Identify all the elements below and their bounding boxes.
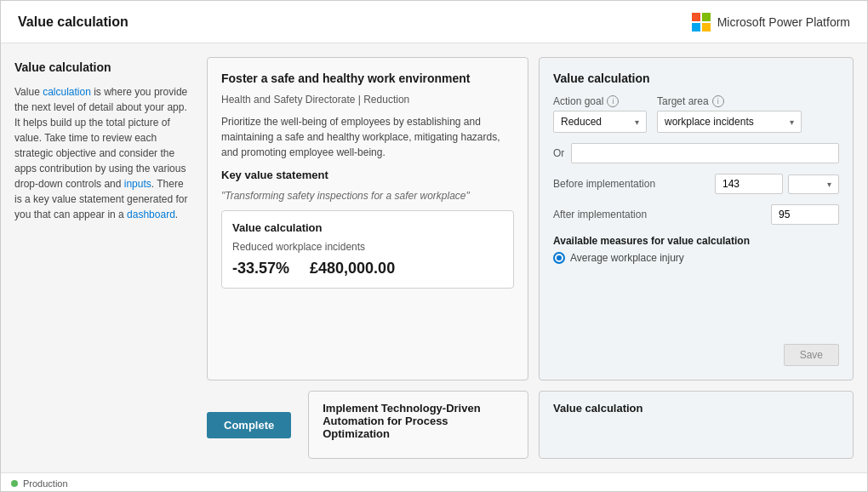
target-area-label: Target area i bbox=[657, 95, 802, 107]
complete-button[interactable]: Complete bbox=[207, 412, 291, 438]
before-impl-row: Before implementation ▾ bbox=[553, 174, 839, 194]
app-header: Value calculation Microsoft Power Platfo… bbox=[1, 1, 867, 43]
card-description: Prioritize the well-being of employees b… bbox=[221, 114, 514, 160]
or-row: Or bbox=[553, 143, 839, 163]
sq-blue bbox=[692, 23, 700, 31]
radio-dot-inner bbox=[557, 255, 562, 260]
header-title: Value calculation bbox=[18, 14, 128, 30]
footer: Production bbox=[1, 472, 867, 492]
bottom-left-card: Implement Technology-Driven Automation f… bbox=[308, 391, 528, 459]
vc-numbers: -33.57% £480,000.00 bbox=[232, 260, 503, 277]
before-unit-select[interactable]: ▾ bbox=[788, 174, 839, 194]
sidebar: Value calculation Value calculation is w… bbox=[14, 57, 193, 459]
key-value-label: Key value statement bbox=[221, 169, 514, 181]
vc-number2: £480,000.00 bbox=[310, 260, 395, 277]
sidebar-link-inputs[interactable]: inputs bbox=[124, 178, 151, 190]
action-goal-select[interactable]: Reduced ▾ bbox=[553, 111, 647, 133]
sidebar-link-dashboard[interactable]: dashboard bbox=[127, 209, 175, 220]
form-row-goals: Action goal i Reduced ▾ Target area i bbox=[553, 95, 839, 133]
before-impl-right: ▾ bbox=[715, 174, 839, 194]
save-button[interactable]: Save bbox=[784, 344, 839, 366]
main-area: Value calculation Value calculation is w… bbox=[1, 43, 867, 472]
measures-label: Available measures for value calculation bbox=[553, 235, 839, 247]
bottom-left-title: Implement Technology-Driven Automation f… bbox=[323, 402, 514, 440]
sq-red bbox=[692, 13, 700, 21]
after-value-input[interactable] bbox=[771, 204, 839, 225]
bottom-row: Complete Implement Technology-Driven Aut… bbox=[207, 391, 854, 459]
target-area-select[interactable]: workplace incidents ▾ bbox=[657, 111, 802, 133]
form-group-action-goal: Action goal i Reduced ▾ bbox=[553, 95, 647, 133]
right-card-title: Value calculation bbox=[553, 72, 839, 85]
form-group-target-area: Target area i workplace incidents ▾ bbox=[657, 95, 802, 133]
main-left-card: Foster a safe and healthy work environme… bbox=[207, 57, 528, 380]
top-row: Foster a safe and healthy work environme… bbox=[207, 57, 854, 380]
after-label: After implementation bbox=[553, 209, 647, 220]
action-goal-label: Action goal i bbox=[553, 95, 647, 107]
target-area-value: workplace incidents bbox=[665, 116, 754, 128]
ms-squares-icon bbox=[692, 13, 711, 31]
action-goal-info-icon[interactable]: i bbox=[607, 95, 619, 107]
env-status-icon bbox=[11, 480, 18, 487]
before-unit-chevron-icon: ▾ bbox=[827, 180, 831, 189]
sidebar-title: Value calculation bbox=[14, 60, 193, 74]
measure-item-label: Average workplace injury bbox=[570, 252, 684, 264]
or-label: Or bbox=[553, 147, 564, 159]
after-impl-row: After implementation bbox=[553, 204, 839, 225]
target-area-info-icon[interactable]: i bbox=[712, 95, 724, 107]
sidebar-link-calculation[interactable]: calculation bbox=[43, 86, 91, 98]
card-subtitle: Health and Safety Directorate | Reductio… bbox=[221, 94, 514, 106]
target-area-chevron-icon: ▾ bbox=[790, 117, 794, 127]
action-goal-value: Reduced bbox=[561, 116, 602, 128]
card-heading: Foster a safe and healthy work environme… bbox=[221, 72, 514, 85]
env-label: Production bbox=[23, 478, 68, 489]
vc-number1: -33.57% bbox=[232, 260, 289, 277]
value-calc-title: Value calculation bbox=[232, 221, 503, 234]
before-label: Before implementation bbox=[553, 178, 655, 190]
key-value-text: "Transforming safety inspections for a s… bbox=[221, 190, 514, 202]
bottom-right-card: Value calculation bbox=[539, 391, 854, 459]
ms-platform-label: Microsoft Power Platform bbox=[717, 15, 850, 29]
measures-section: Available measures for value calculation… bbox=[553, 235, 839, 264]
value-calc-section: Value calculation Reduced workplace inci… bbox=[221, 210, 514, 289]
value-calc-right-card: Value calculation Action goal i Reduced … bbox=[539, 57, 854, 380]
measure-item: Average workplace injury bbox=[553, 252, 839, 264]
radio-average-injury[interactable] bbox=[553, 252, 565, 264]
bottom-right-title: Value calculation bbox=[553, 402, 839, 415]
action-goal-chevron-icon: ▾ bbox=[635, 117, 639, 127]
sq-yellow bbox=[702, 23, 711, 31]
save-btn-wrap: Save bbox=[553, 344, 839, 366]
complete-btn-wrap: Complete bbox=[207, 391, 298, 459]
sq-green bbox=[702, 13, 711, 21]
or-input[interactable] bbox=[571, 143, 839, 163]
sidebar-text: Value calculation is where you provide t… bbox=[14, 84, 193, 222]
content-area: Foster a safe and healthy work environme… bbox=[207, 57, 854, 459]
ms-logo: Microsoft Power Platform bbox=[692, 13, 850, 31]
vc-row-label: Reduced workplace incidents bbox=[232, 241, 503, 253]
before-value-input[interactable] bbox=[715, 174, 783, 194]
